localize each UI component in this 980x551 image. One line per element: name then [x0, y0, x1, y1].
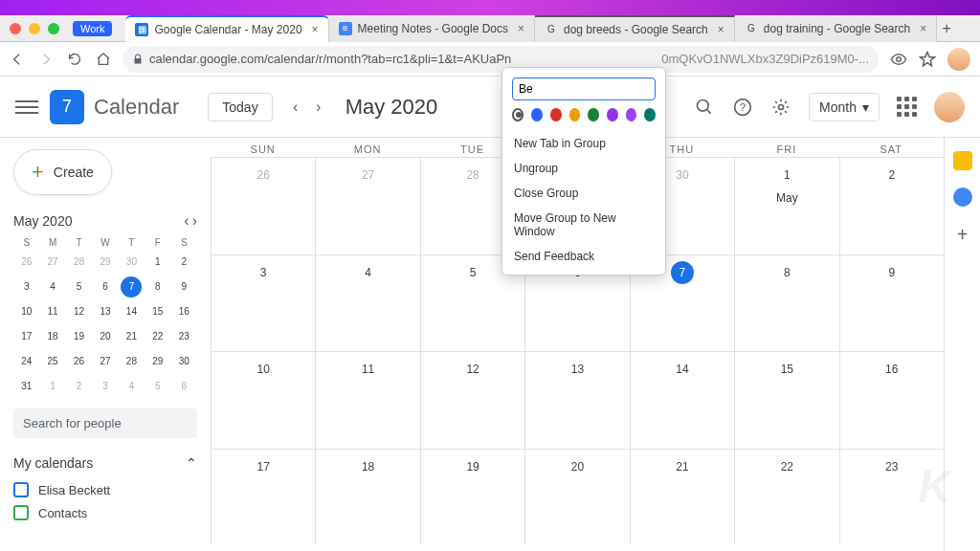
view-selector[interactable]: Month▾	[809, 93, 880, 121]
tab-dog-breeds[interactable]: G dog breeds - Google Search ×	[535, 15, 735, 42]
mini-day[interactable]: 22	[147, 326, 168, 347]
mini-day[interactable]: 26	[69, 351, 90, 372]
calendar-cell[interactable]: 1 May	[734, 157, 838, 254]
google-apps-icon[interactable]	[897, 97, 917, 117]
mini-day[interactable]: 26	[16, 252, 37, 273]
eye-icon[interactable]	[890, 51, 907, 68]
tab-group-name-input[interactable]	[512, 77, 656, 100]
tab-group-menu-item[interactable]: Close Group	[502, 181, 665, 206]
tab-group-menu-item[interactable]: Move Group to New Window	[502, 206, 665, 244]
mini-day[interactable]: 23	[173, 326, 194, 347]
calendar-cell[interactable]: 14	[630, 351, 734, 449]
calendar-cell[interactable]: 15	[734, 351, 838, 449]
tab-group-color-swatch[interactable]	[512, 108, 523, 121]
mini-day[interactable]: 3	[95, 376, 116, 397]
close-icon[interactable]: ×	[312, 23, 319, 36]
mini-day[interactable]: 29	[95, 252, 116, 273]
url-field[interactable]: calendar.google.com/calendar/r/month?tab…	[122, 46, 879, 73]
mini-day[interactable]: 21	[121, 326, 142, 347]
search-people-input[interactable]: Search for people	[13, 408, 197, 438]
forward-button[interactable]	[38, 52, 54, 67]
maximize-window-button[interactable]	[48, 23, 59, 34]
calendar-item[interactable]: Elisa Beckett	[13, 478, 197, 501]
mini-day[interactable]: 30	[121, 252, 142, 273]
calendar-cell[interactable]: 21	[630, 449, 734, 546]
mini-day[interactable]: 13	[95, 301, 116, 322]
calendar-checkbox[interactable]	[13, 482, 29, 497]
mini-day[interactable]: 4	[42, 276, 63, 298]
mini-day[interactable]: 15	[147, 301, 168, 322]
tab-group-menu-item[interactable]: Send Feedback	[502, 244, 665, 269]
mini-day[interactable]: 27	[42, 252, 63, 273]
close-icon[interactable]: ×	[718, 23, 724, 36]
mini-day[interactable]: 27	[95, 351, 116, 372]
create-button[interactable]: + Create	[13, 149, 112, 195]
tasks-icon[interactable]	[953, 187, 972, 207]
calendar-cell[interactable]: 12	[420, 351, 524, 449]
tab-group-color-swatch[interactable]	[550, 108, 562, 121]
calendar-item[interactable]: Contacts	[13, 501, 197, 524]
calendar-cell[interactable]: 8	[734, 254, 838, 352]
my-calendars-header[interactable]: My calendars ⌃	[13, 455, 197, 471]
mini-day[interactable]: 5	[147, 376, 168, 397]
mini-day[interactable]: 28	[69, 252, 90, 273]
mini-day[interactable]: 20	[95, 326, 116, 347]
calendar-checkbox[interactable]	[13, 505, 29, 520]
mini-day[interactable]: 28	[121, 351, 142, 372]
mini-day[interactable]: 17	[16, 326, 37, 347]
mini-day[interactable]: 8	[147, 276, 168, 298]
mini-day[interactable]: 18	[42, 326, 63, 347]
tab-group-color-swatch[interactable]	[644, 108, 656, 121]
mini-day[interactable]: 14	[121, 301, 142, 322]
tab-google-calendar[interactable]: ▦ Google Calendar - May 2020 ×	[125, 15, 328, 42]
tab-group-color-swatch[interactable]	[626, 108, 637, 121]
mini-day[interactable]: 9	[173, 276, 194, 298]
mini-day[interactable]: 6	[173, 376, 194, 397]
mini-day[interactable]: 5	[69, 276, 90, 298]
mini-day[interactable]: 1	[42, 376, 63, 397]
main-menu-button[interactable]	[15, 96, 38, 119]
mini-day[interactable]: 6	[95, 276, 116, 298]
reload-button[interactable]	[67, 52, 82, 67]
mini-day[interactable]: 29	[147, 351, 168, 372]
tab-group-chip[interactable]: Work	[73, 21, 112, 36]
mini-day[interactable]: 24	[16, 351, 37, 372]
mini-next-button[interactable]: ›	[192, 212, 197, 229]
add-addon-button[interactable]: +	[957, 224, 969, 246]
tab-group-color-swatch[interactable]	[531, 108, 543, 121]
mini-day[interactable]: 2	[173, 252, 194, 273]
today-button[interactable]: Today	[208, 93, 272, 121]
mini-day[interactable]: 19	[69, 326, 90, 347]
profile-avatar[interactable]	[947, 48, 970, 71]
tab-google-docs[interactable]: ≡ Meeting Notes - Google Docs ×	[329, 15, 535, 42]
calendar-cell[interactable]: 22	[734, 449, 838, 546]
mini-day[interactable]: 3	[16, 276, 37, 298]
tab-group-color-swatch[interactable]	[569, 108, 581, 121]
back-button[interactable]	[10, 52, 25, 67]
mini-day[interactable]: 30	[173, 351, 194, 372]
calendar-cell[interactable]: 16	[839, 351, 944, 449]
close-window-button[interactable]	[10, 23, 21, 34]
tab-dog-training[interactable]: G dog training - Google Search ×	[735, 15, 937, 42]
calendar-cell[interactable]: 4	[315, 254, 419, 352]
account-avatar[interactable]	[934, 92, 965, 122]
new-tab-button[interactable]: +	[937, 19, 956, 38]
mini-day[interactable]: 12	[69, 301, 90, 322]
close-icon[interactable]: ×	[920, 22, 926, 35]
keep-icon[interactable]	[953, 151, 972, 170]
mini-day[interactable]: 16	[173, 301, 194, 322]
calendar-cell[interactable]: 11	[315, 351, 419, 449]
mini-day[interactable]: 7	[121, 276, 142, 298]
calendar-cell[interactable]: 2	[839, 157, 944, 254]
mini-day[interactable]: 4	[121, 376, 142, 397]
tab-group-menu-item[interactable]: Ungroup	[502, 156, 665, 181]
mini-day[interactable]: 11	[42, 301, 63, 322]
mini-day[interactable]: 10	[16, 301, 37, 322]
mini-day[interactable]: 31	[16, 376, 37, 397]
tab-group-color-swatch[interactable]	[607, 108, 618, 121]
next-month-button[interactable]: ›	[307, 96, 330, 119]
calendar-cell[interactable]: 13	[524, 351, 629, 449]
help-icon[interactable]: ?	[732, 97, 753, 118]
minimize-window-button[interactable]	[29, 23, 40, 34]
home-button[interactable]	[96, 52, 111, 67]
